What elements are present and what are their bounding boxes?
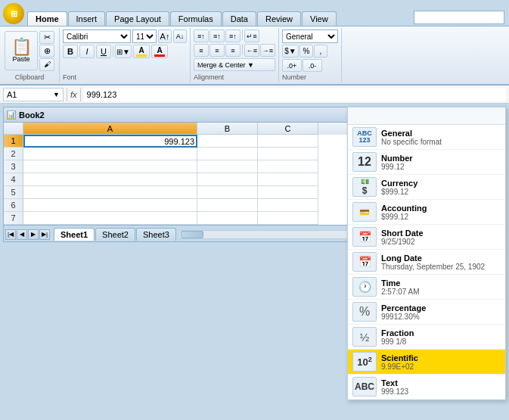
cell-c7[interactable]	[258, 212, 318, 225]
tab-prev-button[interactable]: ◀	[17, 229, 27, 240]
number-group-label: Number	[282, 72, 338, 81]
ribbon-tab-formulas[interactable]: Formulas	[170, 11, 222, 26]
sheet-tab-sheet3[interactable]: Sheet3	[136, 228, 176, 241]
tab-next-button[interactable]: ▶	[28, 229, 39, 240]
border-button[interactable]: ⊞▼	[115, 45, 132, 58]
ribbon-tab-page layout[interactable]: Page Layout	[106, 11, 169, 26]
format-item-example: 999.12	[381, 163, 413, 171]
ribbon-tab-home[interactable]: Home	[27, 11, 67, 26]
font-color-button[interactable]: A	[151, 45, 168, 58]
sheet-tab-sheet1[interactable]: Sheet1	[54, 228, 95, 241]
accounting-format-button[interactable]: $▼	[282, 45, 299, 58]
align-top-right-button[interactable]: ≡↑	[225, 30, 241, 42]
cell-b5[interactable]	[197, 186, 258, 199]
align-top-center-button[interactable]: ≡↑	[209, 30, 225, 42]
format-item-long-date[interactable]: 📅Long DateThursday, September 25, 1902	[348, 250, 505, 275]
font-size-decrease-button[interactable]: A↓	[173, 30, 187, 43]
decimal-increase-button[interactable]: .0+	[282, 59, 302, 72]
copy-button[interactable]: ⊕	[39, 45, 54, 58]
align-center-button[interactable]: ≡	[209, 44, 225, 57]
cell-c3[interactable]	[258, 160, 318, 173]
format-item-icon: 💵$	[352, 177, 377, 197]
merge-center-button[interactable]: Merge & Center ▼	[194, 58, 275, 71]
cell-b2[interactable]	[197, 148, 258, 160]
format-item-general[interactable]: ABC123GeneralNo specific format	[348, 125, 505, 150]
format-painter-button[interactable]: 🖌	[39, 58, 54, 71]
tab-last-button[interactable]: ▶|	[39, 229, 50, 240]
format-item-number[interactable]: 12Number999.12	[348, 150, 505, 175]
format-item-example: 999 1/8	[381, 338, 414, 346]
ribbon-tab-review[interactable]: Review	[257, 11, 301, 26]
cell-a6[interactable]	[23, 199, 197, 212]
office-logo[interactable]: ⊞	[3, 3, 24, 24]
cell-a7[interactable]	[23, 212, 197, 225]
align-left-button[interactable]: ≡	[194, 44, 209, 57]
col-header-b[interactable]: B	[197, 123, 258, 135]
format-search-input[interactable]	[348, 107, 505, 124]
ribbon-tab-data[interactable]: Data	[222, 11, 256, 26]
col-header-a[interactable]: A	[23, 123, 197, 135]
format-item-fraction[interactable]: ½Fraction999 1/8	[348, 325, 505, 350]
percent-button[interactable]: %	[300, 45, 313, 58]
ribbon-search-input[interactable]	[414, 11, 504, 24]
format-item-accounting[interactable]: 💳Accounting$999.12	[348, 200, 505, 225]
format-item-text[interactable]: ABCText999.123	[348, 375, 505, 400]
format-item-percentage[interactable]: %Percentage99912.30%	[348, 300, 505, 325]
cell-a3[interactable]	[23, 160, 197, 173]
cell-b4[interactable]	[197, 173, 258, 186]
cell-a4[interactable]	[23, 173, 197, 186]
insert-function-button[interactable]: fx	[70, 90, 77, 99]
cell-b6[interactable]	[197, 199, 258, 212]
cell-a5[interactable]	[23, 186, 197, 199]
cell-a2[interactable]	[23, 148, 197, 160]
align-right-button[interactable]: ≡	[225, 44, 241, 57]
cell-a1[interactable]: 999.123	[23, 135, 197, 148]
format-item-text: Currency$999.12	[381, 179, 417, 196]
cell-c4[interactable]	[258, 173, 318, 186]
format-item-name: Scientific	[381, 353, 418, 362]
formula-input[interactable]: 999.123	[84, 88, 506, 101]
bold-button[interactable]: B	[63, 45, 78, 58]
paste-button[interactable]: 📋 Paste	[5, 31, 38, 70]
indent-decrease-button[interactable]: ←≡	[244, 44, 259, 57]
cell-c2[interactable]	[258, 148, 318, 160]
cell-b7[interactable]	[197, 212, 258, 225]
font-size-increase-button[interactable]: A↑	[158, 30, 172, 43]
font-size-select[interactable]: 11	[132, 30, 157, 43]
ribbon-tab-view[interactable]: View	[302, 11, 337, 26]
alignment-group-label: Alignment	[194, 72, 275, 81]
underline-button[interactable]: U	[96, 45, 111, 58]
format-item-text: Text999.123	[381, 378, 408, 396]
font-name-select[interactable]: Calibri	[63, 30, 131, 43]
align-top-left-button[interactable]: ≡↑	[194, 30, 209, 42]
col-header-c[interactable]: C	[258, 123, 318, 135]
wrap-text-button[interactable]: ↵≡	[244, 30, 259, 42]
format-item-name: Short Date	[381, 229, 424, 238]
indent-increase-button[interactable]: →≡	[260, 44, 275, 57]
format-item-icon: 102	[352, 352, 377, 372]
format-item-example: 9/25/1902	[381, 238, 424, 246]
sheet-tab-sheet2[interactable]: Sheet2	[95, 228, 135, 241]
cell-reference-box[interactable]: A1 ▼	[3, 88, 64, 101]
cell-c6[interactable]	[258, 199, 318, 212]
format-item-currency[interactable]: 💵$Currency$999.12	[348, 175, 505, 200]
ribbon-tab-insert[interactable]: Insert	[68, 11, 106, 26]
format-item-time[interactable]: 🕐Time2:57:07 AM	[348, 275, 505, 300]
cell-b3[interactable]	[197, 160, 258, 173]
italic-button[interactable]: I	[79, 45, 95, 58]
tab-first-button[interactable]: |◀	[5, 229, 16, 240]
cell-b1[interactable]	[197, 135, 258, 148]
fill-color-button[interactable]: A	[133, 45, 150, 58]
clipboard-group: 📋 Paste ✂ ⊕ 🖌 Clipboard	[0, 28, 60, 82]
format-item-text: Long DateThursday, September 25, 1902	[381, 254, 485, 271]
row-number-7: 7	[4, 212, 23, 225]
format-item-short-date[interactable]: 📅Short Date9/25/1902	[348, 225, 505, 250]
number-format-select[interactable]: General	[282, 30, 338, 43]
cell-c1[interactable]	[258, 135, 318, 148]
cut-button[interactable]: ✂	[39, 31, 54, 44]
cell-c5[interactable]	[258, 186, 318, 199]
format-item-scientific[interactable]: 102Scientific9.99E+02	[348, 350, 505, 375]
decimal-decrease-button[interactable]: .0-	[303, 59, 322, 72]
window-title: Book2	[19, 110, 45, 120]
comma-button[interactable]: ,	[314, 45, 327, 58]
